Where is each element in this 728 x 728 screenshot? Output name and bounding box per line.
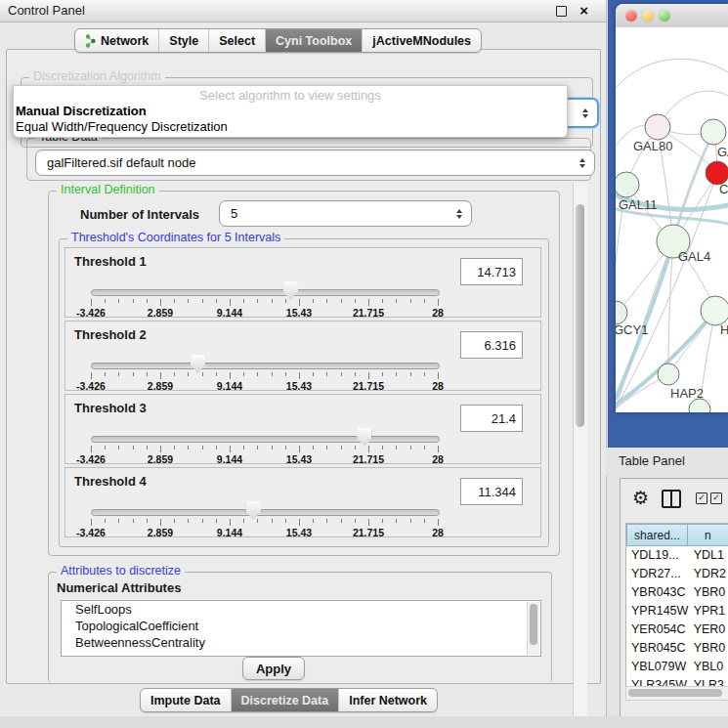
tick-mark xyxy=(272,446,273,450)
tab-label: Infer Network xyxy=(349,694,427,707)
network-window-titlebar[interactable] xyxy=(616,4,728,28)
float-window-icon[interactable] xyxy=(556,6,567,17)
tab[interactable]: Select xyxy=(209,29,266,52)
node-label: H xyxy=(720,322,728,337)
column-header[interactable]: shared... xyxy=(626,524,688,546)
table-row[interactable]: YER054C YER0 xyxy=(626,621,728,639)
column-header[interactable]: n xyxy=(688,524,728,546)
tick-mark xyxy=(105,299,106,303)
slider-ticks xyxy=(91,299,438,306)
threshold-slider[interactable]: -3.4262.8599.14415.4321.71528 xyxy=(91,495,438,533)
dropdown-option[interactable]: Manual Discretization xyxy=(14,104,567,119)
slider-handle[interactable] xyxy=(191,355,205,373)
network-node[interactable] xyxy=(701,296,728,325)
tick-label: 21.715 xyxy=(353,527,384,538)
threshold-value-field[interactable]: 21.4 xyxy=(460,405,523,432)
tab[interactable]: Style xyxy=(159,29,209,52)
table-row[interactable]: YPR145W YPR1 xyxy=(626,602,728,621)
network-canvas[interactable]: GAL80 GA C GAL11 GAL4 GCY1 H HAP2 xyxy=(616,27,728,412)
table-data-combobox[interactable]: galFiltered.sif default node xyxy=(35,150,595,176)
attributes-list[interactable]: SelfLoopsTopologicalCoefficientBetweenne… xyxy=(61,600,541,657)
tick-mark xyxy=(382,299,383,303)
network-node[interactable] xyxy=(658,364,679,385)
threshold-slider[interactable]: -3.4262.8599.14415.4321.71528 xyxy=(91,349,438,386)
dropdown-option[interactable]: Equal Width/Frequency Discretization xyxy=(14,119,567,135)
gear-icon[interactable]: ⚙ xyxy=(632,487,649,509)
list-item[interactable]: SelfLoops xyxy=(62,601,540,618)
network-window-frame: GAL80 GA C GAL11 GAL4 GCY1 H HAP2 xyxy=(616,4,728,412)
attributes-group-title: Attributes to discretize xyxy=(57,564,185,578)
checkbox-icon[interactable]: ✓ xyxy=(710,492,722,504)
tab[interactable]: Impute Data xyxy=(141,689,232,711)
slider-tick-labels: -3.4262.8599.14415.4321.71528 xyxy=(91,307,438,319)
threshold-value-field[interactable]: 14.713 xyxy=(460,258,523,285)
table-row[interactable]: YBL079W YBL0 xyxy=(626,658,728,676)
network-icon xyxy=(85,34,97,48)
network-node[interactable] xyxy=(701,119,726,145)
tick-mark xyxy=(341,519,342,523)
network-node[interactable] xyxy=(616,172,639,197)
tick-mark xyxy=(313,299,314,303)
tick-mark xyxy=(396,446,397,450)
network-node[interactable] xyxy=(616,301,627,324)
threshold-slider[interactable]: -3.4262.8599.14415.4321.71528 xyxy=(91,276,438,313)
threshold-value-field[interactable]: 11.344 xyxy=(460,478,523,505)
number-of-intervals-combobox[interactable]: 5 xyxy=(219,200,472,227)
table-row[interactable]: YBR043C YBR0 xyxy=(626,583,728,602)
table-row[interactable]: YDL19... YDL1 xyxy=(626,546,728,565)
scrollbar-thumb[interactable] xyxy=(576,204,584,427)
tick-mark xyxy=(91,299,92,306)
slider-handle[interactable] xyxy=(283,281,298,300)
scrollbar-thumb[interactable] xyxy=(628,689,722,697)
checkbox-icon[interactable]: ✓ xyxy=(696,492,707,504)
apply-button[interactable]: Apply xyxy=(242,657,305,680)
slider-track[interactable] xyxy=(91,509,440,516)
horizontal-scrollbar[interactable] xyxy=(625,686,728,701)
table-row[interactable]: YDR27... YDR2 xyxy=(626,565,728,583)
threshold-value-field[interactable]: 6.316 xyxy=(460,331,523,359)
scrollbar-thumb[interactable] xyxy=(530,604,537,645)
table-row[interactable]: YBR045C YBR0 xyxy=(626,639,728,658)
tick-label: 15.43 xyxy=(286,307,312,319)
tick-mark xyxy=(257,372,258,376)
split-view-icon[interactable] xyxy=(662,490,681,508)
tick-label: -3.426 xyxy=(76,380,106,392)
tab[interactable]: Discretize Data xyxy=(232,689,340,711)
zoom-traffic-light-icon[interactable] xyxy=(659,10,670,21)
slider-track[interactable] xyxy=(91,436,440,443)
tick-mark xyxy=(382,519,383,523)
close-traffic-light-icon[interactable] xyxy=(625,10,637,21)
tick-mark xyxy=(368,372,369,379)
tab[interactable]: Infer Network xyxy=(339,689,437,711)
list-item[interactable]: BetweennessCentrality xyxy=(62,634,540,651)
network-view-window[interactable]: GAL80 GA C GAL11 GAL4 GCY1 H HAP2 xyxy=(608,0,728,448)
dropdown-prompt-option[interactable]: Select algorithm to view settings xyxy=(14,88,567,104)
table-panel-toolbar: ⚙ ✓ ✓ xyxy=(621,479,728,520)
network-node[interactable] xyxy=(645,114,670,140)
tick-mark xyxy=(424,372,425,376)
slider-track[interactable] xyxy=(91,289,440,296)
slider-handle[interactable] xyxy=(357,428,371,447)
tick-mark xyxy=(272,372,273,376)
tab[interactable]: Network xyxy=(75,29,159,52)
tick-mark xyxy=(285,299,286,303)
number-of-intervals-value: 5 xyxy=(231,206,237,221)
close-icon[interactable]: × xyxy=(579,1,588,21)
tick-mark xyxy=(160,446,161,452)
tick-label: 9.144 xyxy=(217,527,242,538)
tick-mark xyxy=(216,299,217,303)
network-node[interactable] xyxy=(689,399,710,412)
minimize-traffic-light-icon[interactable] xyxy=(642,10,654,21)
attributes-scrollbar[interactable] xyxy=(527,602,539,655)
vertical-scrollbar[interactable] xyxy=(573,183,587,728)
tick-mark xyxy=(368,299,369,306)
slider-track[interactable] xyxy=(91,363,440,369)
tick-mark xyxy=(147,519,148,523)
list-item[interactable]: TopologicalCoefficient xyxy=(62,618,540,634)
tick-mark xyxy=(396,372,397,376)
tab[interactable]: Cyni Toolbox xyxy=(266,29,363,52)
tab[interactable]: jActiveMNodules xyxy=(363,29,481,52)
table-cell: YDL19... xyxy=(626,546,691,565)
threshold-slider[interactable]: -3.4262.8599.14415.4321.71528 xyxy=(91,422,438,459)
slider-handle[interactable] xyxy=(246,501,261,520)
